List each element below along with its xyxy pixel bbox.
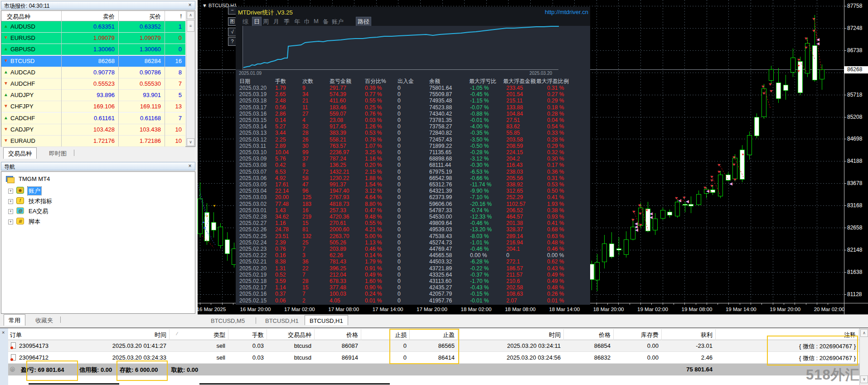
- stats-cell: 22: [302, 265, 308, 272]
- stats-cell: 0.28 %: [547, 136, 564, 143]
- market-watch-row[interactable]: ▼AUDCHF0.555230.555307: [1, 78, 185, 90]
- stats-path-button[interactable]: 路径: [356, 17, 371, 27]
- stats-cell: 0: [398, 194, 401, 200]
- tab-divider: [256, 317, 256, 324]
- stats-cell: 4720.36: [330, 214, 349, 220]
- candle-body: [595, 262, 600, 280]
- chart-tab[interactable]: BTCUSD,H1: [305, 315, 348, 325]
- stats-cell: -4.00 %: [470, 123, 489, 130]
- stats-cell: 328.37: [506, 226, 523, 233]
- stats-cell: 224.01: [506, 304, 523, 305]
- close-icon[interactable]: ×: [187, 2, 193, 9]
- scroll-thumb[interactable]: ≡: [187, 20, 194, 32]
- stats-tab[interactable]: 备: [323, 18, 329, 26]
- market-watch-row[interactable]: ▼EURUSD1.090791.090790: [1, 33, 185, 44]
- stats-cell: 0: [398, 136, 401, 143]
- price-axis-label: 85208: [847, 114, 862, 120]
- stats-tab[interactable]: 日: [252, 17, 262, 27]
- chart-tab[interactable]: BTCUSD,H1: [261, 317, 303, 325]
- tab-favorites[interactable]: 收藏夹: [31, 316, 58, 326]
- stats-tab[interactable]: M: [314, 18, 319, 24]
- close-icon[interactable]: ×: [187, 163, 193, 170]
- stats-cell: 0: [398, 239, 401, 246]
- stats-cell: 2025.02.14: [239, 304, 267, 305]
- stats-table-row: 2025.03.133.4428383.390.53 %072840.82-0.…: [236, 130, 590, 136]
- stats-table-row: 2025.03.095.7637787.241.16 %068898.68-3.…: [236, 156, 590, 162]
- stats-tab[interactable]: 周: [263, 18, 269, 26]
- stats-tab[interactable]: 综: [242, 18, 248, 26]
- scroll-up-button[interactable]: ∧: [187, 11, 194, 19]
- candle-body: [689, 204, 693, 206]
- stats-tab[interactable]: 季: [284, 18, 290, 26]
- stats-cell: 0: [398, 149, 401, 156]
- candle-body: [218, 227, 223, 246]
- stats-cell: 1.93 %: [547, 201, 564, 207]
- market-watch-row[interactable]: ▲AUDUSD0.633510.633521: [1, 21, 185, 33]
- price-axis-line: [844, 0, 844, 314]
- market-watch-row[interactable]: ▼CHFJPY169.106169.11913: [1, 101, 185, 112]
- stats-table-row: 2025.02.150.0624.050.01 %041957.76-0.01 …: [236, 297, 590, 304]
- market-watch-row[interactable]: ▲GBPUSD1.300601.300600: [1, 44, 185, 55]
- stats-cell: 73758.27: [429, 123, 452, 130]
- stats-cell: 43325.64: [429, 272, 452, 278]
- terminal-close-icon[interactable]: ×: [2, 330, 5, 335]
- stats-cell: 0.55 %: [365, 97, 382, 104]
- stats-cell: 0.27 %: [547, 91, 564, 97]
- stats-cell: 257.33: [330, 207, 346, 214]
- stats-table-row: 2025.02.2624.78812000.604.21 %049539.03-…: [236, 226, 590, 233]
- stats-cell: 291.77: [330, 85, 346, 91]
- market-watch-row[interactable]: ▲CADCHF0.611610.611687: [1, 113, 185, 124]
- stats-column-header: 百分比%: [365, 78, 386, 85]
- price-axis-tick: [844, 161, 846, 161]
- scroll-up-button[interactable]: ∧: [860, 329, 868, 337]
- close-arrow-icon: ◀: [816, 42, 820, 45]
- stats-cell: 0: [398, 97, 401, 104]
- stats-tab[interactable]: 月: [273, 18, 279, 26]
- stats-cell: 0.00 %: [547, 252, 564, 258]
- stats-tab[interactable]: 年: [294, 18, 300, 26]
- market-watch-header: 交易品种卖价买价!: [1, 11, 185, 21]
- stats-cell: -1.01 %: [470, 239, 489, 246]
- stats-cell: -0.46 %: [470, 246, 489, 252]
- tab-symbols[interactable]: 交易品种: [3, 147, 37, 159]
- candle-body: [667, 212, 672, 215]
- stats-cell: 100.03: [330, 291, 346, 297]
- time-axis-tick: [740, 303, 740, 305]
- annotation-box-profit: [26, 361, 78, 381]
- tab-tick-chart[interactable]: 即时图: [44, 149, 71, 159]
- stats-cell: 0.62 %: [547, 258, 564, 265]
- stats-tab[interactable]: 账户: [332, 18, 344, 26]
- market-watch-scrollbar[interactable]: ∧≡∨: [186, 11, 195, 146]
- market-watch-row[interactable]: ▲AUDJPY93.89693.9015: [1, 90, 185, 101]
- stats-cell: 0.18 %: [547, 104, 564, 111]
- market-watch-row[interactable]: ▼BTCUSD862688628416: [1, 56, 185, 67]
- tree-expand-icon[interactable]: +: [8, 189, 13, 194]
- tree-expand-icon[interactable]: +: [8, 209, 13, 214]
- market-watch-row[interactable]: ▲AUDCAD0.907780.907868: [1, 67, 185, 78]
- stats-tab[interactable]: 巾: [304, 18, 310, 26]
- stats-table-row: 2025.02.160.377100.030.24 %042057.79-0.1…: [236, 291, 590, 297]
- stats-cell: 215.11: [506, 97, 523, 104]
- stats-cell: 0.42 %: [547, 304, 564, 305]
- tree-expand-icon[interactable]: +: [8, 219, 13, 224]
- market-watch-row[interactable]: ▼CADJPY103.428103.43810: [1, 124, 185, 136]
- stats-cell: 1.07 %: [365, 143, 382, 149]
- stats-cell: -9.90 %: [470, 188, 489, 194]
- time-axis-tick: [618, 303, 619, 305]
- chart-tab[interactable]: BTCUSD,M5: [206, 317, 249, 325]
- stats-cell: 0: [398, 304, 401, 305]
- scroll-down-button[interactable]: ∨: [187, 138, 194, 146]
- candle-body: [609, 244, 614, 257]
- stats-cell: 204.2: [506, 156, 520, 162]
- stats-cell: 54530.00: [429, 214, 452, 220]
- candle-body: [624, 239, 629, 255]
- market-watch-row[interactable]: ▼EURAUD1.721761.7218610: [1, 136, 185, 147]
- tree-expand-icon[interactable]: +: [8, 199, 13, 204]
- time-axis-label: 18 Mar 20:00: [593, 307, 624, 312]
- stats-cell: 763.57: [330, 143, 346, 149]
- stats-cell: 574.39: [330, 91, 346, 97]
- stats-cell: 917.45: [330, 123, 346, 130]
- stats-cell: 2025.02.28: [239, 214, 267, 220]
- candle-body: [696, 194, 701, 205]
- tab-common[interactable]: 常用: [4, 314, 25, 326]
